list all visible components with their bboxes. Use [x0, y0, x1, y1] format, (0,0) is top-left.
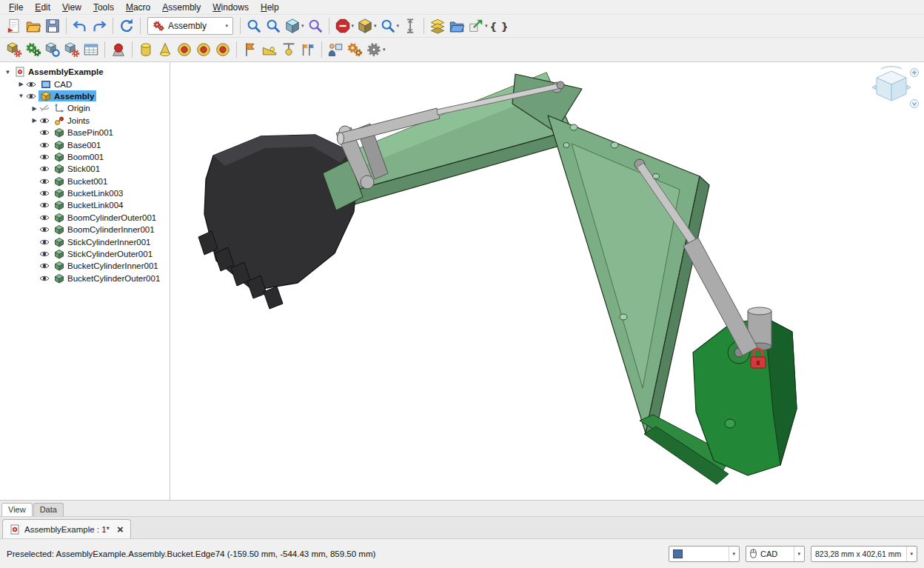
tree-item-basepin001[interactable]: BasePin001 [0, 127, 170, 138]
tree-item-origin[interactable]: ▶Origin [0, 102, 170, 114]
tree-item-boomcylinderouter001[interactable]: BoomCylinderOuter001 [0, 212, 170, 224]
save-document-button[interactable] [43, 16, 62, 36]
visibility-eye-icon[interactable] [39, 213, 52, 223]
tree-item-boom001[interactable]: Boom001 [0, 151, 170, 163]
dimension-value: 823,28 mm x 402,61 mm [815, 549, 901, 558]
stick-part[interactable] [548, 116, 709, 438]
tree-item-cad[interactable]: ▶CAD [0, 78, 170, 90]
tree-item-assemblyexample[interactable]: ▼AssemblyExample [0, 66, 170, 78]
undo-button[interactable] [70, 16, 90, 36]
menu-view[interactable]: View [56, 1, 87, 14]
tree-item-stick001[interactable]: Stick001 [0, 163, 170, 175]
bill-of-materials-button[interactable] [81, 40, 101, 59]
link-navigation-button[interactable] [306, 16, 325, 36]
clipping-plane-button[interactable]: ▾ [333, 16, 356, 36]
visibility-eye-icon[interactable] [39, 176, 52, 187]
visibility-eye-icon[interactable] [26, 91, 38, 101]
visibility-eye-icon[interactable] [39, 127, 52, 138]
joint-cylindrical-button[interactable] [175, 40, 194, 59]
menu-macro[interactable]: Macro [120, 1, 156, 14]
joint-angle-button[interactable] [298, 40, 318, 59]
set-appearance-button[interactable] [428, 16, 447, 36]
expression-editor-button[interactable]: { } [489, 16, 509, 36]
exploded-view-button[interactable] [43, 40, 62, 59]
measure-button[interactable] [401, 16, 420, 36]
create-assembly-button[interactable] [4, 40, 24, 59]
tree-item-bucket001[interactable]: Bucket001 [0, 176, 170, 187]
navigation-cube[interactable] [871, 65, 920, 113]
scene-svg[interactable] [170, 62, 924, 500]
visibility-eye-icon[interactable] [39, 152, 52, 162]
joint-slider-button[interactable] [194, 40, 213, 59]
expander-icon[interactable]: ▼ [3, 69, 13, 76]
tab-view[interactable]: View [1, 503, 33, 516]
toggle-grounded-button[interactable] [109, 40, 128, 59]
solve-assembly-button[interactable] [24, 40, 43, 59]
visibility-eye-icon[interactable] [39, 237, 52, 247]
expander-icon[interactable]: ▶ [30, 105, 39, 112]
visibility-eye-icon[interactable] [39, 164, 52, 174]
menu-tools[interactable]: Tools [87, 1, 120, 14]
visibility-eye-icon[interactable] [39, 140, 52, 150]
menu-file[interactable]: File [3, 1, 29, 14]
menu-help[interactable]: Help [255, 1, 285, 14]
menu-assembly[interactable]: Assembly [156, 1, 207, 14]
joint-perpendicular-button[interactable] [279, 40, 298, 59]
menu-windows[interactable]: Windows [207, 1, 255, 14]
insert-component-button[interactable] [62, 40, 81, 59]
draw-style-button[interactable]: ▾ [355, 16, 378, 36]
navigation-style-combo[interactable]: CAD ▾ [746, 546, 805, 562]
tree-item-bucketcylinderinner001[interactable]: BucketCylinderInner001 [0, 260, 170, 272]
open-document-button[interactable] [24, 16, 43, 36]
tree-item-bucketlink003[interactable]: BucketLink003 [0, 187, 170, 199]
tree-item-base001[interactable]: Base001 [0, 138, 170, 150]
joint-distance-button[interactable] [241, 40, 260, 59]
dimension-combo[interactable]: 823,28 mm x 402,61 mm ▾ [811, 546, 917, 562]
viewport-3d[interactable] [170, 62, 924, 500]
visibility-eye-icon[interactable] [39, 103, 52, 113]
visibility-eye-icon[interactable] [39, 200, 52, 210]
new-document-button[interactable] [4, 16, 24, 36]
tree-item-joints[interactable]: ▶Joints [0, 115, 170, 127]
tree-item-bucketlink004[interactable]: BucketLink004 [0, 199, 170, 211]
tree-item-stickcylinderouter001[interactable]: StickCylinderOuter001 [0, 248, 170, 260]
visibility-eye-icon[interactable] [26, 79, 38, 90]
visibility-eye-icon[interactable] [39, 249, 52, 259]
workbench-selector[interactable]: Assembly▾ [147, 17, 233, 35]
visibility-eye-icon[interactable] [39, 188, 52, 198]
create-group-button[interactable] [447, 16, 466, 36]
expander-icon[interactable]: ▶ [30, 117, 39, 124]
document-tab[interactable]: AssemblyExample : 1* × [2, 519, 131, 538]
style-combo[interactable]: ▾ [669, 546, 740, 562]
standard-views-button[interactable]: ▾ [283, 16, 306, 36]
selection-zoom-button[interactable]: ▾ [378, 16, 401, 36]
joint-revolute-button[interactable] [155, 40, 175, 59]
tree-item-stickcylinderinner001[interactable]: StickCylinderInner001 [0, 235, 170, 247]
ergonomics-simulation-button[interactable] [326, 40, 345, 59]
visibility-eye-icon[interactable] [39, 116, 52, 126]
fit-all-button[interactable] [244, 16, 264, 36]
refresh-button[interactable] [117, 16, 136, 36]
tree-item-bucketcylinderouter001[interactable]: BucketCylinderOuter001 [0, 273, 170, 284]
visibility-eye-icon[interactable] [39, 261, 52, 271]
redo-button[interactable] [90, 16, 109, 36]
expander-icon[interactable]: ▼ [16, 93, 26, 99]
export-link-button[interactable]: ▾ [466, 16, 489, 36]
visibility-eye-icon[interactable] [39, 273, 52, 284]
tree-item-assembly[interactable]: ▼Assembly [0, 90, 170, 102]
joint-parallel-button[interactable] [260, 40, 279, 59]
menu-edit[interactable]: Edit [29, 1, 56, 14]
fit-selection-button[interactable] [264, 16, 283, 36]
assembly-options-button[interactable]: ▾ [364, 40, 387, 59]
tab-data[interactable]: Data [33, 503, 64, 516]
animate-assembly-button[interactable] [345, 40, 364, 59]
joint-ball-button[interactable] [213, 40, 232, 59]
tree-item-boomcylinderinner001[interactable]: BoomCylinderInner001 [0, 224, 170, 235]
visibility-eye-icon[interactable] [39, 224, 52, 235]
bucket-part[interactable] [198, 135, 357, 309]
assembly-icon [41, 91, 52, 101]
part-icon [54, 164, 65, 174]
expander-icon[interactable]: ▶ [16, 81, 26, 87]
close-icon[interactable]: × [117, 524, 124, 535]
joint-fixed-button[interactable] [136, 40, 155, 59]
